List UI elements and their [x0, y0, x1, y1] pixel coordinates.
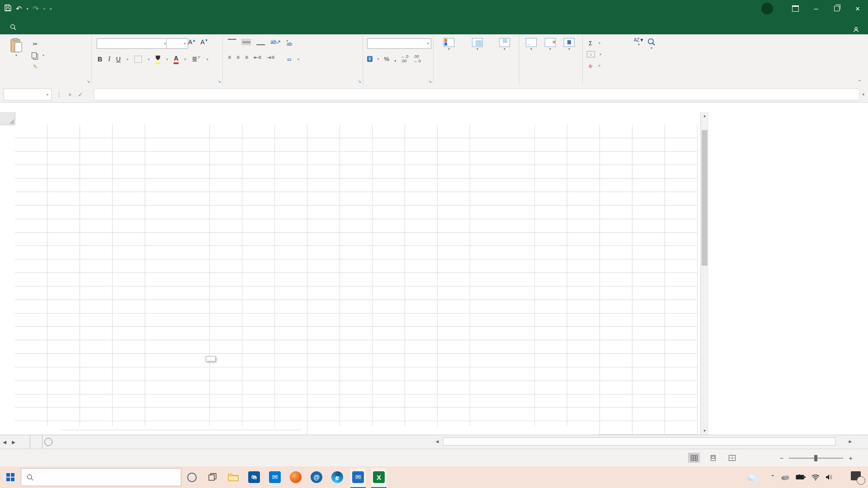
tray-chevron-icon[interactable]: ⌃ — [770, 474, 775, 480]
firefox-button[interactable] — [285, 466, 306, 488]
merge-center-button[interactable]: ⬄▾ — [286, 54, 299, 64]
increase-font-icon[interactable]: A▲ — [188, 38, 196, 46]
formula-input[interactable] — [94, 89, 860, 100]
name-box[interactable]: ▾ — [4, 89, 52, 100]
zoom-slider[interactable] — [789, 458, 843, 459]
font-color-button[interactable]: A — [174, 55, 178, 64]
thunderbird-button[interactable]: @ — [306, 466, 327, 488]
sheet-grid[interactable] — [15, 125, 698, 435]
accounting-format-icon[interactable]: ¥ — [367, 56, 373, 62]
weather-cloud-icon[interactable] — [747, 473, 759, 481]
number-dialog-launcher-icon[interactable]: ↘ — [428, 79, 432, 84]
scroll-up-icon[interactable]: ▲ — [701, 112, 708, 120]
orientation-icon[interactable]: ab↗ — [270, 39, 281, 45]
align-right-icon[interactable]: ≡ — [245, 54, 248, 61]
wrap-text-button[interactable]: ab — [286, 39, 295, 49]
scroll-down-icon[interactable]: ▼ — [701, 427, 708, 435]
restore-button[interactable] — [826, 0, 847, 17]
align-center-icon[interactable]: ≡ — [236, 54, 240, 61]
sheet-nav-right-icon[interactable]: ▶ — [9, 435, 18, 449]
add-sheet-button[interactable] — [42, 435, 54, 449]
cut-button[interactable]: ✂ — [32, 39, 44, 49]
normal-view-button[interactable] — [688, 453, 700, 463]
alignment-dialog-launcher-icon[interactable]: ↘ — [358, 79, 361, 84]
page-break-view-button[interactable] — [726, 453, 738, 463]
find-select-button[interactable]: ▾ — [641, 38, 662, 51]
delete-cells-button[interactable]: ✕ ▾ — [542, 38, 559, 52]
font-name-select[interactable]: ▾ — [97, 38, 168, 49]
decrease-indent-icon[interactable]: ⇤≡ — [254, 54, 261, 61]
comma-style-icon[interactable]: , — [394, 56, 396, 62]
minimize-button[interactable]: ─ — [806, 0, 826, 17]
decrease-decimal-icon[interactable]: .00→.0 — [413, 54, 421, 63]
zoom-in-icon[interactable]: + — [849, 454, 853, 462]
horizontal-scroll-thumb[interactable] — [443, 437, 835, 446]
insert-cells-button[interactable]: ← ▾ — [523, 38, 540, 52]
copy-button[interactable]: ▾ — [32, 50, 44, 60]
avatar[interactable] — [761, 3, 773, 14]
statistics-onepoint-cell[interactable] — [307, 426, 599, 435]
account-area[interactable] — [757, 0, 773, 17]
align-bottom-icon[interactable]: ▁▁ — [256, 39, 264, 45]
scroll-left-icon[interactable]: ◀ — [433, 437, 441, 446]
tell-me-search[interactable] — [10, 20, 19, 34]
ribbon-display-options-button[interactable] — [785, 0, 806, 17]
phonetic-guide-button[interactable]: 亜ア — [192, 56, 201, 63]
vertical-scrollbar[interactable]: ▲ ▼ — [700, 112, 708, 435]
task-view-button[interactable] — [202, 466, 223, 488]
format-cells-button[interactable]: ▾ — [561, 38, 578, 52]
expand-formula-bar-icon[interactable]: ▾ — [862, 92, 864, 97]
paste-button[interactable]: ▾ — [5, 38, 28, 58]
sheet-nav-left-icon[interactable]: ◀ — [0, 435, 9, 449]
underline-button[interactable]: U — [116, 56, 121, 63]
number-format-select[interactable]: ▾ — [367, 38, 431, 49]
zoom-slider-thumb[interactable] — [814, 455, 817, 461]
notification-center-button[interactable] — [851, 471, 864, 483]
file-explorer-button[interactable] — [223, 466, 244, 488]
sheet-overflow-right[interactable] — [30, 435, 42, 449]
speaker-icon[interactable] — [826, 474, 833, 480]
collapse-ribbon-icon[interactable]: ⌃ — [858, 79, 862, 85]
font-size-select[interactable]: ▾ — [166, 38, 188, 49]
cortana-button[interactable] — [181, 466, 202, 488]
format-painter-button[interactable]: ✎ — [32, 61, 44, 71]
bold-button[interactable]: B — [98, 56, 102, 63]
fill-button[interactable]: ↓ ▾ — [587, 49, 601, 59]
outlook-button[interactable]: ✉ — [348, 466, 368, 488]
fill-color-button[interactable]: ⛊ — [156, 54, 160, 64]
excel-button[interactable]: X — [368, 466, 389, 488]
autosum-button[interactable]: Σ ▾ — [587, 38, 601, 48]
edge-button[interactable]: e — [327, 466, 348, 488]
align-middle-icon[interactable]: ══ — [241, 39, 251, 45]
clipboard-dialog-launcher-icon[interactable]: ↘ — [86, 79, 90, 84]
sheet-overflow-left[interactable] — [18, 435, 30, 449]
share-button[interactable] — [853, 27, 862, 33]
zoom-out-icon[interactable]: − — [779, 454, 783, 462]
decrease-font-icon[interactable]: A▼ — [200, 38, 208, 46]
store-button[interactable]: 🛍 — [244, 466, 264, 488]
percent-style-icon[interactable]: % — [384, 56, 390, 62]
start-button[interactable] — [0, 466, 21, 488]
page-layout-view-button[interactable] — [707, 453, 719, 463]
increase-indent-icon[interactable]: ⇥≡ — [267, 54, 274, 61]
vertical-scroll-thumb[interactable] — [702, 130, 708, 266]
taskbar-search-input[interactable] — [21, 468, 181, 486]
increase-decimal-icon[interactable]: ←.0.00 — [401, 54, 409, 63]
conditional-formatting-button[interactable]: ▾ — [436, 38, 462, 52]
select-all-corner[interactable] — [0, 112, 15, 125]
wifi-icon[interactable] — [811, 474, 820, 480]
italic-button[interactable]: I — [108, 56, 110, 63]
align-left-icon[interactable]: ≡ — [228, 54, 231, 61]
align-top-icon[interactable]: ▔▔ — [228, 39, 236, 45]
close-button[interactable]: ✕ — [847, 0, 868, 17]
onedrive-icon[interactable] — [781, 474, 790, 480]
format-as-table-button[interactable]: ▾ — [463, 38, 492, 52]
scroll-right-icon[interactable]: ▶ — [846, 437, 854, 446]
mail-button[interactable]: ✉ — [264, 466, 285, 488]
font-dialog-launcher-icon[interactable]: ↘ — [217, 79, 221, 84]
cell-styles-button[interactable]: ▾ — [493, 38, 516, 52]
horizontal-scrollbar[interactable]: ◀ ▶ — [433, 436, 854, 447]
clear-button[interactable]: ◆ ▾ — [587, 61, 601, 70]
battery-icon[interactable] — [796, 474, 806, 480]
borders-button[interactable] — [134, 56, 142, 63]
